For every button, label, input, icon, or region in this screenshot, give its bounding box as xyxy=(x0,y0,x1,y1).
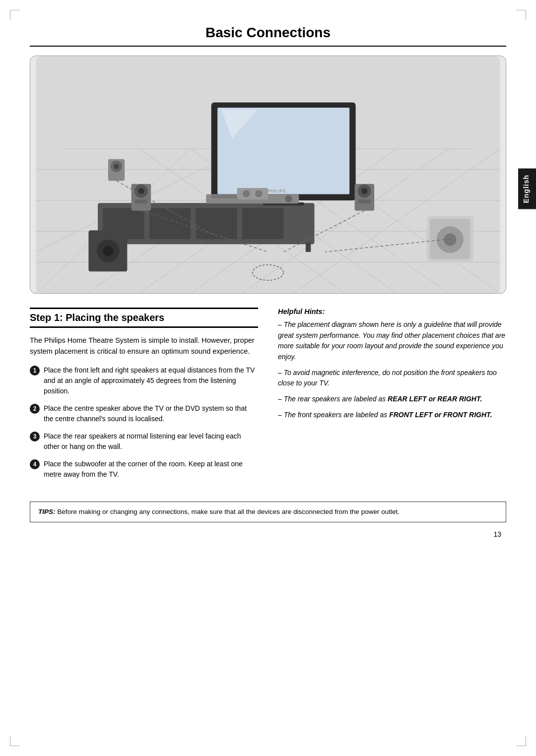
step-list: 1Place the front left and right speakers… xyxy=(30,365,258,480)
svg-point-42 xyxy=(243,190,250,197)
hints-title: Helpful Hints: xyxy=(278,308,506,315)
step-heading: Step 1: Placing the speakers xyxy=(30,312,258,323)
step-heading-bar: Step 1: Placing the speakers xyxy=(30,308,258,328)
step-number: 2 xyxy=(30,404,40,414)
speaker-placement-diagram: PHILIPS xyxy=(30,56,506,293)
svg-rect-19 xyxy=(149,208,191,239)
svg-point-31 xyxy=(285,195,292,203)
hints-container: – The placement diagram shown here is on… xyxy=(278,319,506,421)
svg-rect-41 xyxy=(237,188,268,199)
svg-text:PHILIPS: PHILIPS xyxy=(268,189,286,193)
tips-text: Before making or changing any connection… xyxy=(57,508,400,515)
corner-mark-br xyxy=(516,736,526,746)
corner-mark-bl xyxy=(10,736,20,746)
step-list-item: 4Place the subwoofer at the corner of th… xyxy=(30,459,258,480)
corner-mark-tr xyxy=(516,10,526,20)
step-item-text: Place the subwoofer at the corner of the… xyxy=(44,459,258,480)
svg-point-39 xyxy=(361,188,367,194)
page-number: 13 xyxy=(30,530,506,538)
svg-point-53 xyxy=(103,246,113,256)
step-item-text: Place the rear speakers at normal listen… xyxy=(44,431,258,452)
hint-item: – The rear speakers are labeled as REAR … xyxy=(278,394,506,405)
step-right-column: Helpful Hints: – The placement diagram s… xyxy=(278,308,506,487)
step-intro: The Philips Home Theatre System is simpl… xyxy=(30,335,258,357)
svg-rect-20 xyxy=(196,208,237,239)
svg-rect-36 xyxy=(135,199,147,203)
main-content: Step 1: Placing the speakers The Philips… xyxy=(30,308,506,487)
page-container: English Basic Connections xyxy=(0,0,536,756)
step-item-text: Place the centre speaker above the TV or… xyxy=(44,403,258,424)
corner-mark-tl xyxy=(10,10,20,20)
step-number: 3 xyxy=(30,432,40,441)
tips-box: TIPS: Before making or changing any conn… xyxy=(30,502,506,522)
hint-item: – The front speakers are labeled as FRON… xyxy=(278,410,506,421)
svg-point-50 xyxy=(444,233,456,246)
svg-point-43 xyxy=(255,190,263,197)
hero-image: PHILIPS xyxy=(30,56,506,294)
step-list-item: 3Place the rear speakers at normal liste… xyxy=(30,431,258,452)
svg-point-46 xyxy=(114,164,119,169)
tips-label: TIPS: xyxy=(38,508,56,515)
language-tab: English xyxy=(518,169,536,209)
hint-item: – The placement diagram shown here is on… xyxy=(278,319,506,363)
step-item-text: Place the front left and right speakers … xyxy=(44,365,258,396)
svg-rect-21 xyxy=(242,208,283,239)
step-number: 1 xyxy=(30,366,40,376)
page-title: Basic Connections xyxy=(30,25,506,41)
hint-item: – To avoid magnetic interference, do not… xyxy=(278,368,506,389)
step-left-column: Step 1: Placing the speakers The Philips… xyxy=(30,308,258,487)
step-number: 4 xyxy=(30,459,40,469)
title-divider xyxy=(30,46,506,47)
step-list-item: 2Place the centre speaker above the TV o… xyxy=(30,403,258,424)
svg-rect-23 xyxy=(306,243,311,252)
step-list-item: 1Place the front left and right speakers… xyxy=(30,365,258,396)
svg-rect-40 xyxy=(358,199,371,203)
